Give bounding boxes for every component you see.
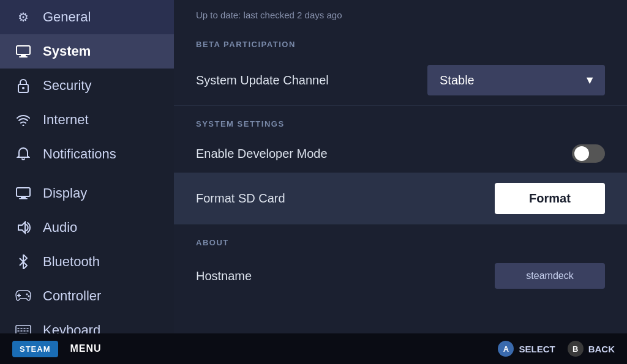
sidebar-item-audio[interactable]: Audio [0, 210, 174, 245]
beta-section-title: BETA PARTICIPATION [174, 26, 627, 55]
main-layout: ⚙ General System Security [0, 0, 627, 333]
format-sd-card-label: Format SD Card [196, 191, 285, 206]
svg-rect-0 [17, 46, 30, 54]
system-update-channel-label: System Update Channel [196, 73, 329, 87]
sidebar-item-label: Notifications [43, 146, 116, 162]
sidebar-item-display[interactable]: Display [0, 176, 174, 210]
svg-rect-8 [21, 196, 26, 198]
steam-badge[interactable]: STEAM [12, 341, 58, 357]
menu-label: MENU [70, 343, 102, 354]
a-button[interactable]: A [498, 341, 514, 357]
sidebar-item-label: System [43, 43, 91, 59]
controller-icon [15, 288, 32, 305]
sidebar-item-keyboard[interactable]: Keyboard [0, 313, 174, 333]
svg-rect-1 [21, 54, 26, 56]
sidebar-item-security[interactable]: Security [0, 69, 174, 103]
format-button[interactable]: Format [495, 183, 605, 214]
bottom-bar: STEAM MENU A SELECT B BACK [0, 333, 627, 364]
sidebar-item-label: Internet [43, 112, 89, 128]
sidebar-item-label: General [43, 9, 91, 25]
sidebar-item-label: Keyboard [43, 322, 100, 333]
back-action: B BACK [568, 341, 615, 357]
sidebar-item-label: Security [43, 78, 91, 94]
svg-point-13 [26, 294, 28, 295]
system-update-channel-row: System Update Channel Stable Beta Previe… [174, 55, 627, 106]
sidebar-item-label: Bluetooth [43, 254, 100, 270]
system-icon [15, 43, 32, 60]
sidebar-item-bluetooth[interactable]: Bluetooth [0, 245, 174, 279]
developer-mode-label: Enable Developer Mode [196, 147, 328, 161]
svg-rect-2 [19, 56, 28, 58]
hostname-value: steamdeck [495, 263, 605, 289]
back-label: BACK [588, 344, 615, 354]
update-status: Up to date: last checked 2 days ago [174, 0, 627, 26]
sidebar-item-internet[interactable]: Internet [0, 103, 174, 137]
svg-rect-15 [16, 325, 31, 333]
about-section-title: ABOUT [174, 225, 627, 253]
svg-point-14 [28, 295, 30, 297]
hostname-label: Hostname [196, 269, 252, 283]
main-content: Up to date: last checked 2 days ago BETA… [174, 0, 627, 333]
sidebar-item-label: Display [43, 185, 87, 201]
sidebar-item-notifications[interactable]: Notifications [0, 137, 174, 171]
channel-dropdown-wrapper: Stable Beta Preview ▼ [427, 65, 605, 95]
keyboard-icon [15, 322, 32, 333]
bell-icon [15, 146, 32, 163]
b-button[interactable]: B [568, 341, 584, 357]
hostname-row: Hostname steamdeck [174, 253, 627, 299]
lock-icon [15, 77, 32, 94]
system-settings-section-title: SYSTEM SETTINGS [174, 106, 627, 135]
gear-icon: ⚙ [15, 9, 32, 26]
svg-rect-9 [19, 198, 28, 199]
sidebar: ⚙ General System Security [0, 0, 174, 333]
sidebar-item-system[interactable]: System [0, 34, 174, 69]
svg-point-5 [23, 125, 24, 127]
sidebar-item-controller[interactable]: Controller [0, 279, 174, 313]
svg-marker-10 [18, 222, 25, 233]
wifi-icon [15, 111, 32, 128]
svg-rect-7 [17, 188, 30, 196]
toggle-knob [574, 146, 589, 161]
bluetooth-icon [15, 253, 32, 270]
developer-mode-toggle[interactable] [572, 144, 605, 163]
format-sd-card-row: Format SD Card Format [174, 173, 627, 225]
select-label: SELECT [519, 344, 555, 354]
developer-mode-row: Enable Developer Mode [174, 135, 627, 173]
display-icon [15, 185, 32, 202]
svg-point-4 [22, 87, 24, 89]
sidebar-item-general[interactable]: ⚙ General [0, 0, 174, 34]
sidebar-item-label: Controller [43, 288, 101, 304]
sidebar-item-label: Audio [43, 220, 77, 236]
select-action: A SELECT [498, 341, 555, 357]
audio-icon [15, 219, 32, 236]
channel-dropdown[interactable]: Stable Beta Preview [427, 65, 605, 95]
